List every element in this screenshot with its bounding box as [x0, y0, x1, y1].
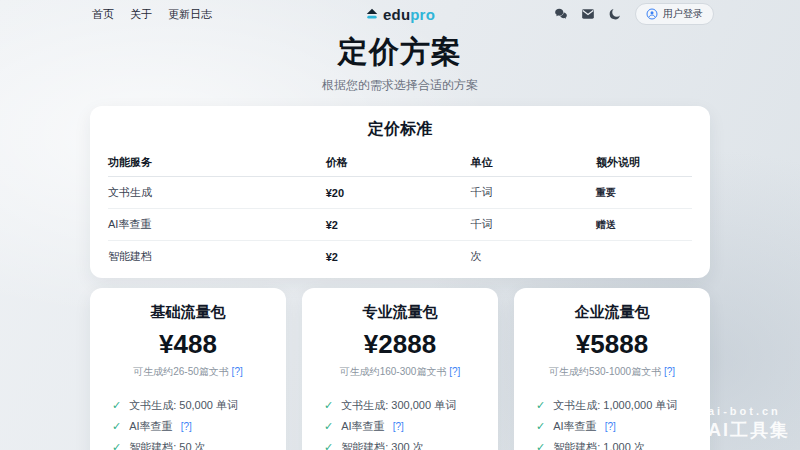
login-label: 用户登录: [663, 7, 703, 21]
capacity-info-link[interactable]: [?]: [232, 366, 243, 377]
logo[interactable]: edupro: [365, 6, 435, 23]
capacity-info-link[interactable]: [?]: [449, 366, 460, 377]
check-icon: ✓: [112, 399, 121, 412]
plan-card-basic: 基础流量包 ¥488 可生成约26-50篇文书 [?] ✓文书生成: 50,00…: [90, 288, 286, 450]
check-icon: ✓: [536, 420, 545, 433]
plan-capacity-text: 可生成约160-300篇文书: [340, 366, 447, 377]
service-price: ¥2: [326, 251, 471, 263]
mail-icon[interactable]: [581, 7, 595, 21]
plan-price: ¥488: [102, 329, 274, 360]
check-icon: ✓: [324, 399, 333, 412]
nav-links: 首页 关于 更新日志: [92, 7, 212, 22]
plan-name: 专业流量包: [314, 303, 486, 322]
col-price: 价格: [326, 155, 471, 170]
feature-info-link[interactable]: [?]: [605, 421, 616, 432]
feature-item: ✓文书生成: 50,000 单词: [112, 395, 274, 416]
nav-link-about[interactable]: 关于: [130, 7, 152, 22]
nav-link-changelog[interactable]: 更新日志: [168, 7, 212, 22]
check-icon: ✓: [324, 441, 333, 450]
feature-text: 智能建档: 50 次: [129, 440, 205, 450]
col-service: 功能服务: [108, 155, 326, 170]
plan-cards: 基础流量包 ¥488 可生成约26-50篇文书 [?] ✓文书生成: 50,00…: [90, 288, 710, 450]
feature-item: ✓AI率查重[?]: [324, 416, 486, 437]
top-nav: 首页 关于 更新日志 edupro: [0, 0, 800, 28]
chat-icon[interactable]: [554, 7, 568, 21]
service-note: 赠送: [596, 218, 692, 232]
plan-features: ✓文书生成: 1,000,000 单词 ✓AI率查重[?] ✓智能建档: 1,0…: [536, 395, 698, 450]
feature-text: 智能建档: 1,000 次: [553, 440, 645, 450]
pricing-standard-card: 定价标准 功能服务 价格 单位 额外说明 文书生成 ¥20 千词 重要 AI率查…: [90, 106, 710, 278]
user-icon: [646, 8, 658, 20]
feature-info-link[interactable]: [?]: [393, 421, 404, 432]
service-price: ¥2: [326, 219, 471, 231]
plan-capacity: 可生成约530-1000篇文书 [?]: [526, 365, 698, 379]
service-name: AI率查重: [108, 217, 326, 232]
logo-text: edupro: [383, 6, 435, 23]
nav-actions: 用户登录: [554, 3, 714, 25]
feature-item: ✓智能建档: 50 次: [112, 437, 274, 450]
feature-text: 智能建档: 300 次: [341, 440, 424, 450]
service-unit: 千词: [470, 217, 596, 232]
login-button[interactable]: 用户登录: [635, 3, 714, 25]
feature-text: 文书生成: 300,000 单词: [341, 398, 456, 413]
check-icon: ✓: [536, 399, 545, 412]
feature-item: ✓文书生成: 1,000,000 单词: [536, 395, 698, 416]
feature-item: ✓文书生成: 300,000 单词: [324, 395, 486, 416]
capacity-info-link[interactable]: [?]: [664, 366, 675, 377]
plan-capacity-text: 可生成约530-1000篇文书: [549, 366, 661, 377]
plan-price: ¥2888: [314, 329, 486, 360]
plan-capacity: 可生成约160-300篇文书 [?]: [314, 365, 486, 379]
feature-text: AI率查重: [129, 419, 172, 434]
table-header-row: 功能服务 价格 单位 额外说明: [108, 149, 692, 177]
feature-item: ✓AI率查重[?]: [536, 416, 698, 437]
table-row: AI率查重 ¥2 千词 赠送: [108, 209, 692, 241]
col-unit: 单位: [470, 155, 596, 170]
feature-text: 文书生成: 1,000,000 单词: [553, 398, 677, 413]
service-unit: 千词: [470, 185, 596, 200]
check-icon: ✓: [112, 441, 121, 450]
service-name: 智能建档: [108, 249, 326, 264]
page-title: 定价方案: [0, 32, 800, 73]
watermark-line1: ai-bot.cn: [708, 405, 790, 417]
plan-card-enterprise: 企业流量包 ¥5888 可生成约530-1000篇文书 [?] ✓文书生成: 1…: [514, 288, 710, 450]
service-price: ¥20: [326, 187, 471, 199]
check-icon: ✓: [112, 420, 121, 433]
plan-capacity: 可生成约26-50篇文书 [?]: [102, 365, 274, 379]
service-note: 重要: [596, 186, 692, 200]
service-name: 文书生成: [108, 185, 326, 200]
feature-item: ✓智能建档: 1,000 次: [536, 437, 698, 450]
feature-item: ✓AI率查重[?]: [112, 416, 274, 437]
plan-card-pro: 专业流量包 ¥2888 可生成约160-300篇文书 [?] ✓文书生成: 30…: [302, 288, 498, 450]
table-row: 文书生成 ¥20 千词 重要: [108, 177, 692, 209]
plan-features: ✓文书生成: 300,000 单词 ✓AI率查重[?] ✓智能建档: 300 次: [324, 395, 486, 450]
feature-info-link[interactable]: [?]: [181, 421, 192, 432]
plan-capacity-text: 可生成约26-50篇文书: [133, 366, 229, 377]
watermark-line2: AI工具集: [708, 418, 790, 442]
feature-text: AI率查重: [341, 419, 384, 434]
plan-name: 企业流量包: [526, 303, 698, 322]
logo-icon: [365, 7, 379, 21]
logo-text-edu: edu: [383, 6, 410, 23]
feature-item: ✓智能建档: 300 次: [324, 437, 486, 450]
watermark-text: ai-bot.cn AI工具集: [708, 405, 790, 442]
nav-link-home[interactable]: 首页: [92, 7, 114, 22]
page-subtitle: 根据您的需求选择合适的方案: [0, 77, 800, 94]
table-row: 智能建档 ¥2 次: [108, 241, 692, 272]
service-unit: 次: [470, 249, 596, 264]
plan-price: ¥5888: [526, 329, 698, 360]
hero: 定价方案 根据您的需求选择合适的方案: [0, 32, 800, 94]
feature-text: AI率查重: [553, 419, 596, 434]
logo-text-pro: pro: [410, 6, 435, 23]
plan-name: 基础流量包: [102, 303, 274, 322]
check-icon: ✓: [536, 441, 545, 450]
pricing-page: 首页 关于 更新日志 edupro: [0, 0, 800, 450]
feature-text: 文书生成: 50,000 单词: [129, 398, 238, 413]
plan-features: ✓文书生成: 50,000 单词 ✓AI率查重[?] ✓智能建档: 50 次: [112, 395, 274, 450]
col-note: 额外说明: [596, 155, 692, 170]
moon-icon[interactable]: [608, 7, 622, 21]
pricing-standard-title: 定价标准: [108, 119, 692, 140]
check-icon: ✓: [324, 420, 333, 433]
